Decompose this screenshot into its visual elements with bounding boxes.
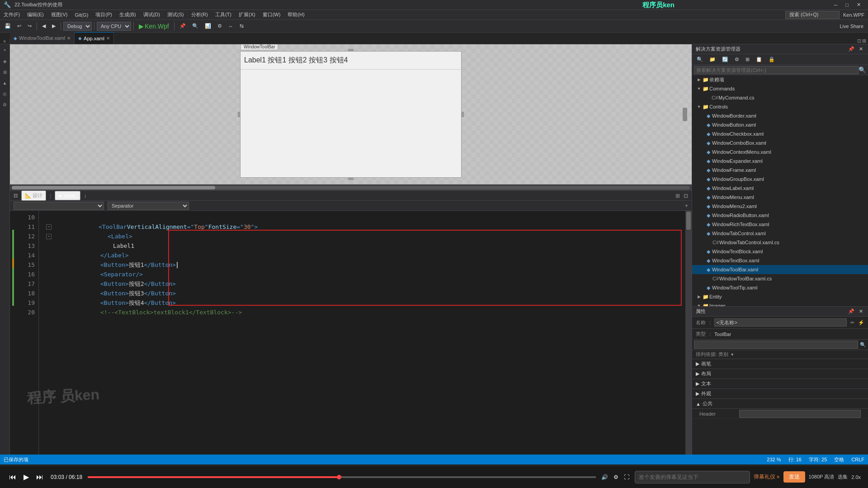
tree-item-windowtextblock[interactable]: ◆ WindowTextBlock.xaml: [692, 247, 868, 256]
tree-item-windowtextbox[interactable]: ◆ WindowTextBox.xaml: [692, 256, 868, 265]
tree-item-windowmenu2[interactable]: ◆ WindowMenu2.xaml: [692, 202, 868, 211]
h-scrollbar-preview[interactable]: [10, 185, 692, 191]
se-btn-6[interactable]: 📋: [753, 55, 765, 65]
video-play-btn[interactable]: ▶: [22, 471, 31, 483]
v-scrollbar-code[interactable]: [685, 211, 692, 464]
tree-item-windowlabel[interactable]: ◆ WindowLabel.xaml: [692, 184, 868, 193]
tree-item-windowborder[interactable]: ◆ WindowBorder.xaml: [692, 111, 868, 120]
tab-list-btn[interactable]: ≡: [0, 39, 10, 44]
code-line-15[interactable]: <Button> 按钮1 </Button>: [39, 260, 685, 270]
prop-close-btn[interactable]: ✕: [858, 308, 864, 314]
xaml-element-dropdown[interactable]: Separator: [108, 202, 189, 210]
toolbar-btn8[interactable]: 📊: [202, 21, 214, 31]
tree-item-windowtabcontrol-cs[interactable]: C# WindowTabControl.xaml.cs: [692, 238, 868, 247]
video-progress-thumb[interactable]: [337, 475, 341, 479]
prop-cat-layout[interactable]: ▶ 布局: [692, 369, 868, 379]
menu-extensions[interactable]: 扩展(X): [235, 10, 259, 20]
code-line-19[interactable]: <Button> 按钮4 </Button>: [39, 298, 685, 308]
expand-view-btn[interactable]: ⊞: [675, 193, 680, 199]
toolbar-forward[interactable]: ▶: [49, 21, 58, 31]
menu-edit[interactable]: 编辑(E): [24, 10, 47, 20]
tab-windowtoolbar[interactable]: ◆ WindowToolBar.xaml ✕: [10, 32, 75, 44]
h-scroll-thumb[interactable]: [12, 186, 215, 190]
gift-button[interactable]: 弹幕礼仪 »: [754, 473, 780, 481]
se-btn-7[interactable]: 🔒: [766, 55, 778, 65]
toolbar-save[interactable]: 💾: [2, 21, 14, 31]
fold-btn-11[interactable]: −: [46, 224, 52, 230]
split-view-btn[interactable]: ⊡: [684, 193, 688, 199]
code-line-14[interactable]: </Label>: [39, 251, 685, 260]
tree-item-entity[interactable]: ▶ 📁 Entity: [692, 292, 868, 301]
prop-cat-text[interactable]: ▶ 文本: [692, 379, 868, 389]
tree-item-deps[interactable]: ▶ 📁 依赖项: [692, 75, 868, 84]
prop-pin-btn[interactable]: 📌: [847, 308, 856, 314]
select-button[interactable]: 选集: [838, 474, 848, 480]
prop-cat-appearance[interactable]: ▶ 外观: [692, 389, 868, 399]
code-line-16[interactable]: <Separator/>: [39, 270, 685, 279]
menu-git[interactable]: Git(G): [71, 10, 92, 20]
code-line-11[interactable]: − <ToolBar VerticalAlignment =" Top " Fo…: [39, 222, 685, 232]
add-element-btn[interactable]: +: [685, 203, 688, 209]
resize-right[interactable]: [461, 112, 464, 117]
xaml-view-btn[interactable]: ◈ XAML: [55, 191, 80, 200]
tree-item-windowtabcontrol[interactable]: ◆ WindowTabControl.xaml: [692, 229, 868, 238]
tree-item-windowrichtextbox[interactable]: ◆ WindowRichTextBox.xaml: [692, 220, 868, 229]
menu-debug[interactable]: 调试(D): [140, 10, 164, 20]
toolbar-btn10[interactable]: ↔: [226, 21, 236, 31]
sidebar-icon-3[interactable]: ⊞: [1, 68, 9, 76]
menu-view[interactable]: 视图(V): [47, 10, 71, 20]
close-button[interactable]: ✕: [853, 0, 864, 10]
speed-button[interactable]: 2.0x: [851, 474, 861, 480]
sidebar-icon-6[interactable]: ⚙: [1, 100, 9, 109]
menu-test[interactable]: 测试(S): [164, 10, 188, 20]
toolbar-btn11[interactable]: ⇆: [237, 21, 246, 31]
tree-item-windowtoolbar[interactable]: ◆ WindowToolBar.xaml: [692, 265, 868, 274]
prop-name-clear-btn[interactable]: ⚡: [858, 320, 864, 326]
tree-item-controls[interactable]: ▼ 📁 Controls: [692, 102, 868, 111]
preview-vscroll[interactable]: [682, 44, 688, 184]
tree-item-windowcheckbox[interactable]: ◆ WindowCheckbox.xaml: [692, 129, 868, 138]
toolbar-btn9[interactable]: ⚙: [215, 21, 225, 31]
tree-item-images[interactable]: ▼ 📁 Images: [692, 301, 868, 306]
prop-header-value[interactable]: [739, 410, 861, 418]
menu-help[interactable]: 帮助(H): [284, 10, 308, 20]
toolbar-back[interactable]: ◀: [39, 21, 48, 31]
xaml-scope-dropdown[interactable]: [14, 202, 104, 210]
tree-item-windowbutton[interactable]: ◆ WindowButton.xaml: [692, 120, 868, 129]
send-button[interactable]: 发送: [783, 471, 805, 483]
tree-item-windowgroupbox[interactable]: ◆ WindowGroupBox.xaml: [692, 175, 868, 184]
menu-file[interactable]: 文件(F): [0, 10, 24, 20]
toolbar-undo[interactable]: ↩: [14, 21, 24, 31]
chat-input[interactable]: [635, 471, 750, 483]
se-search-input[interactable]: [694, 66, 859, 74]
design-view-btn[interactable]: 📐 设计: [21, 190, 46, 201]
cpu-dropdown[interactable]: Any CPU: [97, 22, 131, 31]
video-prev-btn[interactable]: ⏮: [7, 471, 18, 483]
menu-analyze[interactable]: 分析(R): [188, 10, 212, 20]
tree-item-windowcontextmenu[interactable]: ◆ WindowContextMenu.xaml: [692, 147, 868, 156]
tree-item-windowframe[interactable]: ◆ WindowFrame.xaml: [692, 166, 868, 175]
prop-cat-brush[interactable]: ▶ 画笔: [692, 359, 868, 369]
menu-project[interactable]: 项目(P): [92, 10, 116, 20]
tree-item-windowtoolbar-cs[interactable]: C# WindowToolBar.xaml.cs: [692, 274, 868, 283]
split-editor-btn[interactable]: ⊡: [857, 38, 861, 44]
tree-item-windowradiobutton[interactable]: ◆ WindowRadioButton.xaml: [692, 211, 868, 220]
toolbar-redo[interactable]: ↪: [25, 21, 34, 31]
tree-item-commands[interactable]: ▼ 📁 Commands: [692, 84, 868, 93]
resize-left[interactable]: [238, 112, 241, 117]
se-close-btn[interactable]: ✕: [858, 46, 864, 52]
se-btn-5[interactable]: ⊞: [743, 55, 752, 65]
expand-editor-btn[interactable]: ⊞: [862, 38, 866, 44]
code-line-20[interactable]: <!--<TextBlock>textBlock1</TextBlock>-->: [39, 308, 685, 317]
se-pin-btn[interactable]: 📌: [847, 46, 856, 52]
debug-mode-dropdown[interactable]: Debug: [63, 22, 92, 31]
search-box[interactable]: 搜索 (Ctrl+Q): [785, 11, 840, 19]
tab-close-windowtoolbar[interactable]: ✕: [67, 36, 71, 41]
code-line-13[interactable]: Label1: [39, 241, 685, 251]
code-line-17[interactable]: <Button> 按钮2 </Button>: [39, 279, 685, 289]
code-line-18[interactable]: <Button> 按钮3 </Button>: [39, 289, 685, 298]
se-btn-1[interactable]: 🔍: [694, 55, 706, 65]
tree-item-windowtooltip[interactable]: ◆ WindowToolTip.xaml: [692, 283, 868, 292]
video-next-btn[interactable]: ⏭: [34, 471, 45, 483]
prop-cat-common[interactable]: ▲ 公共: [692, 399, 868, 409]
